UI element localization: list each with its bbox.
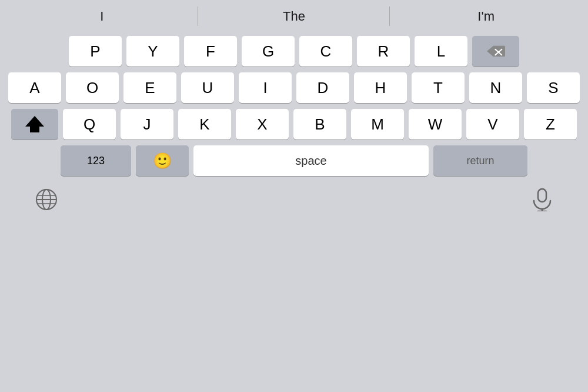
svg-marker-2: [25, 116, 44, 132]
key-l[interactable]: L: [415, 36, 467, 67]
key-row-1: P Y F G C R L: [2, 36, 586, 67]
numbers-button[interactable]: 123: [61, 145, 131, 176]
key-i[interactable]: I: [239, 72, 292, 103]
space-button[interactable]: space: [193, 145, 429, 176]
key-w[interactable]: W: [409, 109, 462, 139]
svg-rect-8: [538, 189, 546, 202]
key-e[interactable]: E: [123, 72, 176, 103]
emoji-button[interactable]: 🙂: [136, 145, 189, 176]
key-n[interactable]: N: [469, 72, 522, 103]
shift-button[interactable]: [11, 109, 58, 139]
key-u[interactable]: U: [181, 72, 234, 103]
key-k[interactable]: K: [178, 109, 231, 139]
key-row-2: A O E U I D H T N S: [2, 72, 586, 103]
return-button[interactable]: return: [433, 145, 527, 176]
bottom-bar: [0, 182, 588, 218]
key-x[interactable]: X: [236, 109, 289, 139]
key-row-4: 123 🙂 space return: [2, 145, 586, 176]
key-d[interactable]: D: [296, 72, 349, 103]
key-c[interactable]: C: [299, 36, 352, 67]
key-z[interactable]: Z: [524, 109, 577, 139]
shift-icon: [24, 114, 45, 135]
key-row-3: Q J K X B M W V Z: [2, 109, 586, 139]
key-f[interactable]: F: [184, 36, 237, 67]
predictive-item-the[interactable]: The: [198, 0, 390, 32]
key-y[interactable]: Y: [126, 36, 179, 67]
mic-button[interactable]: [532, 188, 553, 216]
key-t[interactable]: T: [412, 72, 465, 103]
key-q[interactable]: Q: [63, 109, 116, 139]
key-m[interactable]: M: [351, 109, 404, 139]
key-p[interactable]: P: [69, 36, 122, 67]
key-o[interactable]: O: [66, 72, 119, 103]
predictive-bar: I The I'm: [0, 0, 588, 32]
delete-icon: [486, 43, 505, 59]
key-v[interactable]: V: [466, 109, 519, 139]
key-g[interactable]: G: [242, 36, 295, 67]
key-a[interactable]: A: [8, 72, 61, 103]
globe-button[interactable]: [35, 188, 58, 215]
predictive-item-im[interactable]: I'm: [390, 0, 582, 32]
key-s[interactable]: S: [527, 72, 580, 103]
delete-button[interactable]: [472, 36, 519, 67]
key-b[interactable]: B: [293, 109, 346, 139]
key-h[interactable]: H: [354, 72, 407, 103]
predictive-item-i[interactable]: I: [6, 0, 198, 32]
keyboard: P Y F G C R L A O E U I D H T N S: [0, 32, 588, 180]
key-j[interactable]: J: [121, 109, 173, 139]
key-r[interactable]: R: [357, 36, 410, 67]
emoji-icon: 🙂: [153, 152, 172, 170]
globe-icon: [35, 188, 58, 211]
mic-icon: [532, 188, 553, 211]
